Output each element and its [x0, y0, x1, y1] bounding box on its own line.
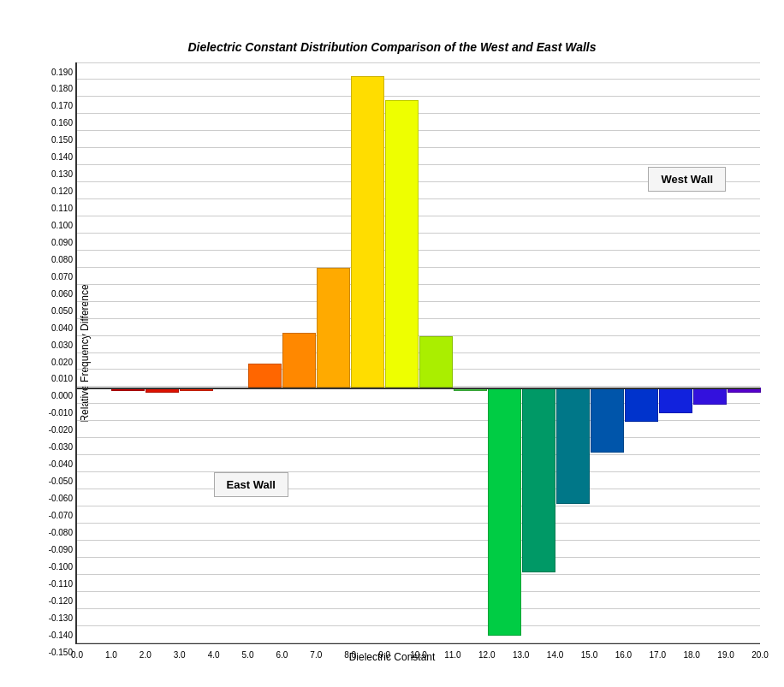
y-tick-label: -0.050: [49, 477, 73, 486]
x-tick-label: 20.0: [751, 650, 768, 660]
x-tick-label: 15.0: [581, 650, 597, 660]
x-tick-label: 7.0: [310, 650, 322, 660]
grid-line: [77, 643, 760, 643]
y-tick-label: -0.110: [49, 578, 73, 588]
y-tick-label: -0.090: [49, 544, 73, 554]
y-tick-label: 0.170: [51, 101, 73, 110]
x-tick-label: 18.0: [683, 650, 699, 660]
bar: [556, 388, 590, 504]
x-tick-label: 9.0: [378, 650, 390, 660]
y-tick-label: 0.040: [51, 323, 73, 332]
chart-title: Dielectric Constant Distribution Compari…: [24, 40, 760, 54]
bar: [659, 388, 692, 413]
y-tick-label: 0.000: [51, 391, 73, 400]
x-tick-label: 11.0: [444, 650, 460, 660]
zero-line: [77, 388, 760, 389]
y-tick-label: -0.020: [49, 425, 73, 435]
y-tick-label: 0.030: [51, 340, 73, 349]
y-tick-label: -0.030: [49, 442, 73, 452]
x-tick-label: 5.0: [242, 650, 254, 660]
y-tick-label: 0.060: [51, 288, 73, 298]
east-wall-legend: East Wall: [214, 472, 288, 497]
bar: [248, 364, 282, 388]
x-tick-label: 2.0: [140, 650, 151, 660]
x-tick-label: 3.0: [174, 650, 186, 660]
y-tick-label: -0.130: [49, 613, 73, 622]
bar: [693, 388, 727, 405]
y-tick-label: -0.150: [49, 647, 73, 656]
bar: [419, 336, 453, 388]
west-wall-legend: West Wall: [648, 167, 726, 192]
x-tick-label: 4.0: [208, 650, 220, 660]
x-tick-label: 16.0: [615, 650, 632, 660]
y-tick-label: 0.070: [51, 271, 73, 281]
y-tick-label: 0.010: [51, 374, 73, 383]
x-tick-label: 10.0: [410, 650, 426, 660]
x-tick-label: 0.0: [71, 650, 83, 660]
bar: [488, 388, 521, 636]
y-tick-label: 0.130: [51, 169, 73, 179]
y-tick-label: 0.140: [51, 152, 73, 162]
bar: [351, 76, 384, 388]
chart-area: 0.1900.1800.1700.1600.1500.1400.1300.120…: [75, 62, 760, 644]
y-tick-label: 0.050: [51, 305, 73, 315]
y-tick-label: -0.080: [49, 527, 73, 536]
bar: [625, 388, 658, 422]
x-tick-label: 8.0: [344, 650, 356, 660]
bar: [282, 333, 316, 388]
bar: [385, 100, 419, 388]
y-tick-label: 0.180: [51, 84, 73, 93]
y-tick-label: -0.010: [49, 408, 73, 418]
y-tick-label: 0.080: [51, 254, 73, 264]
chart-container: Dielectric Constant Distribution Compari…: [7, 6, 777, 682]
x-tick-label: 13.0: [513, 650, 529, 660]
bar: [522, 388, 555, 572]
x-tick-label: 14.0: [547, 650, 563, 660]
x-tick-label: 1.0: [105, 650, 117, 660]
y-tick-label: 0.020: [51, 357, 73, 366]
y-tick-label: 0.120: [51, 187, 73, 196]
bar: [317, 268, 350, 388]
x-tick-label: 6.0: [276, 650, 288, 660]
y-tick-label: -0.100: [49, 561, 73, 571]
y-tick-label: 0.110: [51, 204, 73, 213]
y-tick-label: 0.090: [51, 237, 73, 246]
y-tick-label: 0.100: [51, 220, 73, 229]
bar: [591, 388, 624, 453]
x-tick-label: 19.0: [717, 650, 734, 660]
y-tick-label: -0.140: [49, 630, 73, 639]
y-tick-label: -0.070: [49, 510, 73, 519]
y-tick-label: 0.160: [51, 118, 73, 127]
x-tick-label: 17.0: [650, 650, 666, 660]
y-tick-label: -0.120: [49, 595, 73, 605]
y-tick-label: 0.150: [51, 135, 73, 145]
y-tick-label: -0.060: [49, 494, 73, 503]
y-tick-label: -0.040: [49, 459, 73, 469]
y-tick-label: 0.190: [51, 67, 73, 76]
x-tick-label: 12.0: [478, 650, 495, 660]
